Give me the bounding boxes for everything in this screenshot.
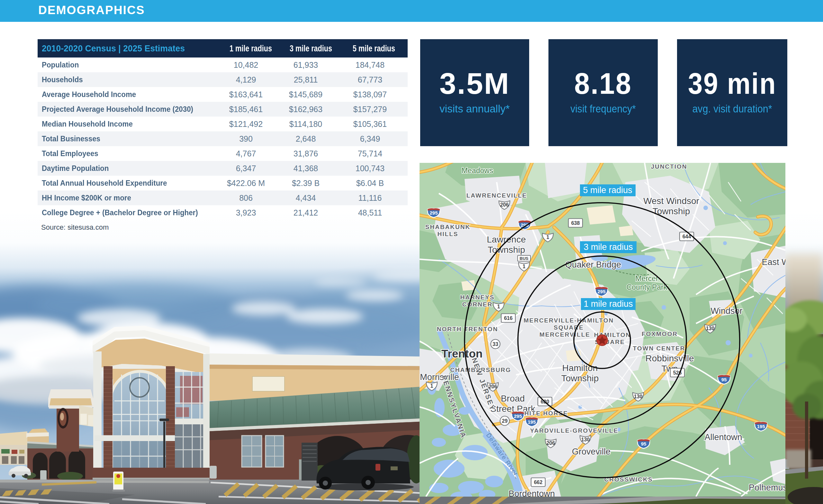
svg-text:FOXMOOR: FOXMOOR — [642, 330, 678, 337]
svg-text:295: 295 — [514, 414, 522, 419]
svg-text:TOWN CENTER: TOWN CENTER — [633, 345, 685, 352]
svg-text:JUNCTION: JUNCTION — [651, 163, 687, 170]
svg-text:1: 1 — [523, 264, 526, 269]
svg-text:130: 130 — [634, 394, 643, 399]
svg-text:West Windsor: West Windsor — [643, 196, 699, 206]
svg-text:NORTH TRENTON: NORTH TRENTON — [437, 326, 498, 332]
svg-text:1: 1 — [497, 304, 500, 309]
svg-text:3 mile radius: 3 mile radius — [584, 242, 633, 252]
svg-text:LAWRENCEVILLE: LAWRENCEVILLE — [467, 192, 527, 199]
svg-text:195: 195 — [757, 424, 765, 429]
svg-text:206: 206 — [546, 440, 555, 446]
svg-text:MERCERVILLE-HAMILTON: MERCERVILLE-HAMILTON — [524, 317, 614, 324]
svg-text:195: 195 — [527, 419, 536, 425]
svg-text:1: 1 — [546, 235, 549, 240]
svg-text:East W: East W — [762, 257, 785, 267]
svg-text:Meadows: Meadows — [462, 167, 493, 175]
svg-text:Hamilton: Hamilton — [562, 363, 598, 373]
svg-text:Morrisville: Morrisville — [420, 372, 459, 382]
svg-text:1: 1 — [431, 383, 433, 389]
svg-text:206: 206 — [489, 384, 497, 389]
svg-text:662: 662 — [534, 480, 543, 485]
svg-text:HARNEYS: HARNEYS — [460, 294, 495, 301]
svg-text:Mercer: Mercer — [635, 274, 658, 283]
svg-text:Lawrence: Lawrence — [487, 235, 526, 244]
svg-text:Polhemus: Polhemus — [749, 483, 785, 492]
svg-text:Allentown: Allentown — [704, 432, 742, 442]
svg-text:SHABAKUNK: SHABAKUNK — [425, 224, 470, 230]
svg-text:95: 95 — [721, 377, 727, 382]
svg-text:BUS: BUS — [519, 256, 528, 261]
svg-text:Township: Township — [561, 373, 599, 383]
svg-text:Robbinsville: Robbinsville — [646, 353, 694, 363]
svg-text:1 mile radius: 1 mile radius — [584, 299, 633, 309]
svg-text:HILLS: HILLS — [438, 231, 459, 237]
svg-text:CORNER: CORNER — [462, 301, 493, 308]
svg-text:130: 130 — [706, 326, 715, 331]
svg-text:Bordentown: Bordentown — [509, 489, 555, 497]
svg-text:MERCERVILLE: MERCERVILLE — [539, 331, 590, 338]
svg-text:County Park: County Park — [627, 283, 667, 291]
svg-text:5 mile radius: 5 mile radius — [583, 185, 632, 195]
svg-text:Broad: Broad — [501, 394, 525, 404]
svg-text:130: 130 — [581, 437, 590, 442]
svg-text:206: 206 — [500, 202, 509, 208]
svg-text:29: 29 — [502, 418, 508, 424]
svg-text:33: 33 — [493, 341, 498, 347]
svg-text:638: 638 — [571, 220, 580, 226]
svg-text:SQUARE: SQUARE — [553, 324, 584, 331]
svg-text:Groveville: Groveville — [572, 447, 611, 457]
svg-text:295: 295 — [597, 289, 605, 294]
svg-text:295: 295 — [430, 210, 438, 216]
svg-text:YARDVILLE-GROVEVILLE: YARDVILLE-GROVEVILLE — [530, 427, 619, 434]
svg-text:95: 95 — [641, 441, 647, 447]
svg-text:Township: Township — [488, 245, 525, 255]
svg-text:616: 616 — [504, 315, 513, 321]
